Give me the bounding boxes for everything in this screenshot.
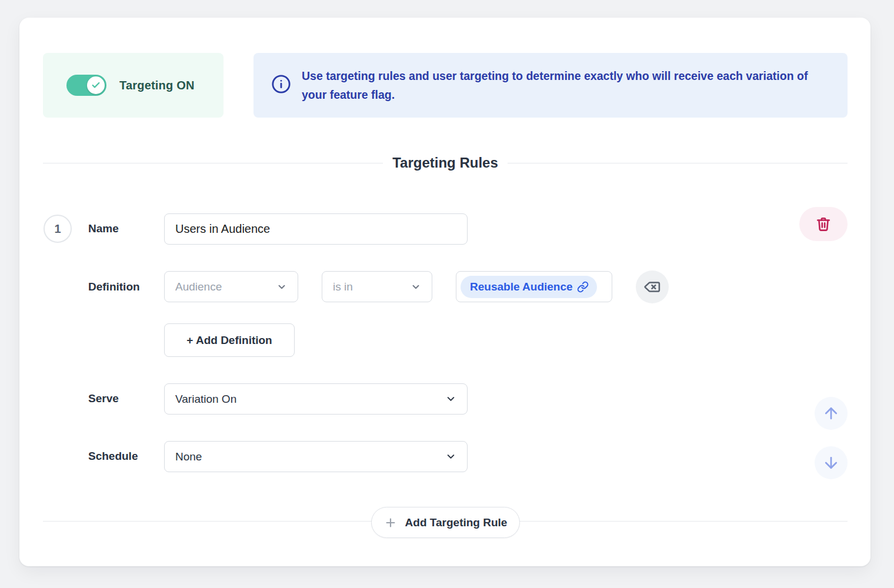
section-header: Targeting Rules	[43, 155, 848, 171]
section-title: Targeting Rules	[392, 155, 498, 171]
info-banner-text: Use targeting rules and user targeting t…	[302, 66, 820, 104]
serve-dropdown[interactable]: Variation On	[164, 383, 468, 415]
backspace-icon	[644, 279, 661, 295]
add-targeting-rule-button[interactable]: Add Targeting Rule	[371, 507, 520, 538]
definition-audience-field[interactable]: Reusable Audience	[456, 271, 612, 302]
definition-label: Definition	[88, 279, 140, 295]
chevron-down-icon	[411, 282, 421, 292]
reusable-audience-chip-label: Reusable Audience	[470, 280, 573, 293]
serve-label: Serve	[88, 390, 119, 407]
chevron-down-icon	[445, 393, 456, 405]
serve-value: Variation On	[175, 393, 236, 406]
reusable-audience-chip[interactable]: Reusable Audience	[461, 276, 597, 298]
toggle-knob	[87, 76, 105, 94]
add-definition-button[interactable]: + Add Definition	[164, 323, 295, 357]
name-label: Name	[88, 220, 119, 237]
definition-comparator-value: is in	[333, 280, 353, 293]
chevron-down-icon	[276, 282, 287, 292]
add-targeting-rule-label: Add Targeting Rule	[405, 516, 508, 529]
definition-subject-value: Audience	[175, 280, 222, 293]
trash-icon	[816, 216, 831, 232]
delete-rule-button[interactable]	[799, 207, 848, 241]
arrow-down-icon	[822, 454, 840, 472]
targeting-status-box: Targeting ON	[43, 53, 224, 118]
arrow-up-icon	[822, 405, 840, 422]
definition-comparator-dropdown[interactable]: is in	[322, 271, 432, 302]
schedule-label: Schedule	[88, 448, 138, 465]
clear-definition-button[interactable]	[636, 270, 669, 303]
plus-icon	[384, 516, 397, 529]
info-banner: Use targeting rules and user targeting t…	[253, 53, 848, 118]
divider-right	[508, 163, 848, 163]
targeting-toggle[interactable]	[66, 75, 106, 96]
chevron-down-icon	[445, 451, 456, 462]
schedule-value: None	[175, 450, 202, 463]
targeting-status-label: Targeting ON	[119, 79, 195, 92]
rule-number-badge: 1	[44, 215, 72, 243]
definition-subject-dropdown[interactable]: Audience	[164, 271, 298, 302]
link-icon	[577, 281, 589, 293]
targeting-panel: Targeting ON Use targeting rules and use…	[19, 18, 870, 566]
check-icon	[91, 81, 101, 90]
move-rule-up-button[interactable]	[815, 397, 848, 430]
move-rule-down-button[interactable]	[815, 446, 848, 479]
info-icon	[271, 74, 291, 96]
divider-left	[43, 163, 383, 163]
rule-name-input[interactable]	[164, 213, 468, 245]
schedule-dropdown[interactable]: None	[164, 441, 468, 472]
